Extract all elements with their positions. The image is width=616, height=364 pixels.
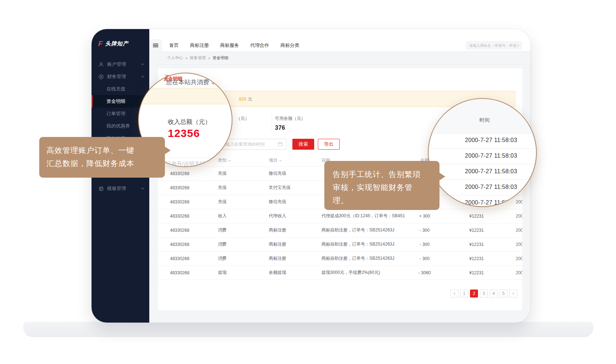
hamburger-icon	[153, 43, 158, 48]
cell-type: 消费	[206, 251, 257, 266]
lens-banner-prefix: 您在本站共消费	[166, 79, 209, 86]
sidebar-item-finance[interactable]: 财务管理	[92, 70, 149, 83]
callout-text-line: 审核，实现智能财务管	[333, 181, 439, 194]
pagination-page-1[interactable]: 1	[460, 290, 468, 298]
magnifier-lens-right: 时间 2000-7-27 11:58:03 2000-7-27 11:58:03…	[428, 98, 537, 207]
cell-order-no: 48330268	[158, 166, 206, 181]
chevron-down-icon	[141, 187, 144, 190]
pagination-page-2-active[interactable]: 2	[470, 290, 478, 298]
lens-income-label: 收入总额（元）	[168, 118, 211, 126]
trademark-search-input[interactable]	[466, 41, 522, 49]
callout-text-line: 高效管理账户订单、一键	[46, 144, 165, 157]
callout-text-line: 理。	[333, 194, 439, 207]
banner-amount-fragment: 820元	[239, 96, 252, 102]
user-icon	[98, 62, 104, 67]
lens-row-separator	[429, 133, 537, 134]
sidebar-item-label: 在线充值	[106, 86, 149, 92]
cell-time: 2000-7-27 11:58:03	[492, 223, 522, 237]
breadcrumb: 个人中心 > 财务管理 > 资金明细	[149, 52, 530, 65]
pagination-page-3[interactable]: 3	[480, 290, 488, 298]
sidebar-item-online-recharge[interactable]: 在线充值	[92, 83, 149, 95]
cell-amount: - 300	[405, 237, 445, 251]
top-bezel	[149, 29, 530, 39]
pagination-prev-button[interactable]: ‹	[450, 290, 458, 298]
cell-description: 提现3000元，手续费2%(60元)	[309, 266, 405, 280]
cell-project: 商标注册	[257, 223, 309, 237]
cell-balance: ¥12231	[445, 223, 492, 237]
lens-time-row: 2000-7-27 11:58:03	[465, 137, 517, 143]
nav-menu: 首页 商标注册 商标服务 代理合作 商标分类	[169, 42, 299, 49]
cell-project: 微信充值	[257, 166, 309, 181]
stat-available-balance: 可用余额（元） 376	[275, 116, 305, 131]
cell-type: 充值	[206, 195, 257, 209]
search-button[interactable]: 搜索	[292, 139, 314, 150]
chevron-up-icon	[141, 76, 144, 78]
col-header-project[interactable]: 项目	[257, 155, 309, 166]
sidebar-item-account[interactable]: 账户管理	[92, 58, 149, 70]
sort-caret-icon	[228, 160, 231, 162]
sidebar-item-label: 财务管理	[107, 73, 138, 80]
stat-divider	[272, 114, 272, 132]
cell-description: 代理提成300元（ID:1245，订单号：SB45124）	[309, 209, 405, 223]
cell-project: 支付宝充值	[257, 181, 309, 195]
breadcrumb-item[interactable]: 个人中心	[167, 55, 183, 61]
cell-balance: ¥12231	[445, 266, 492, 280]
cell-description: 商标自助注册，订单号：SB2514263J	[309, 237, 405, 251]
nav-item-trademark-services[interactable]: 商标服务	[220, 42, 239, 49]
cell-balance: ¥12231	[445, 237, 492, 251]
cell-order-no: 48330268	[158, 251, 206, 266]
cell-type: 充值	[206, 181, 257, 195]
lens-time-header: 时间	[479, 117, 490, 124]
top-navbar: 首页 商标注册 商标服务 代理合作 商标分类	[149, 39, 530, 52]
breadcrumb-separator: >	[185, 56, 187, 60]
cell-project: 余额提现	[257, 266, 309, 280]
cell-order-no: 48330268	[158, 266, 206, 280]
table-row: 48330268消费商标注册商标自助注册，订单号：SB2514263J- 300…	[158, 237, 522, 251]
callout-arrow	[439, 173, 445, 181]
breadcrumb-item[interactable]: 财务管理	[190, 55, 206, 61]
breadcrumb-separator: >	[208, 56, 210, 60]
nav-item-agency-cooperation[interactable]: 代理合作	[250, 42, 269, 49]
sidebar-item-templates[interactable]: 模板管理	[92, 182, 149, 195]
template-icon	[98, 186, 104, 191]
lens-time-row: 2000-7-27 11:58:03	[465, 184, 517, 190]
brand-logo-icon: F	[98, 40, 103, 47]
cell-description: 商标自助注册，订单号：SB2514263J	[309, 251, 405, 266]
callout-right: 告别手工统计、告别繁琐 审核，实现智能财务管 理。	[324, 161, 439, 210]
menu-toggle-button[interactable]	[149, 39, 162, 52]
pagination-page-5[interactable]: 5	[499, 290, 507, 298]
export-button[interactable]: 导出	[318, 139, 340, 150]
sort-caret-icon	[279, 160, 282, 162]
callout-text-line: 汇总数据，降低财务成本	[46, 157, 165, 170]
cell-time: 2000-7-27 11:58:03	[492, 266, 522, 280]
cell-time: 2000-7-27 11:58:03	[492, 237, 522, 251]
nav-item-home[interactable]: 首页	[169, 42, 179, 49]
cell-amount: - 300	[405, 251, 445, 266]
nav-item-trademark-register[interactable]: 商标注册	[190, 42, 209, 49]
brand-tagline: · · · · · · ·	[92, 47, 149, 50]
banner-unit: 元	[248, 97, 252, 102]
cell-time: 2000-7-27 11:58:03	[492, 209, 522, 223]
lens-row-separator	[429, 148, 537, 149]
nav-item-trademark-categories[interactable]: 商标分类	[280, 42, 299, 49]
stat-expense-label-fragment: （元）	[236, 116, 249, 122]
cell-balance: ¥12231	[445, 209, 492, 223]
cell-amount: - 300	[405, 223, 445, 237]
cell-type: 提现	[206, 266, 257, 280]
laptop-base	[23, 322, 593, 337]
table-row: 48330268消费商标注册商标自助注册，订单号：SB2514263J- 300…	[158, 251, 522, 266]
lens-income-value: 12356	[168, 127, 200, 139]
sidebar-item-label: 账户管理	[107, 61, 138, 68]
laptop-mockup: F 头牌知产 · · · · · · · 账户管理 财务管理	[0, 0, 616, 364]
pagination-next-button[interactable]: ›	[509, 290, 517, 298]
cell-order-no: 48330268	[158, 237, 206, 251]
banner-amount: 820	[239, 97, 246, 102]
cell-time: 2000-7-27 11:58:03	[492, 251, 522, 266]
pagination-page-4[interactable]: 4	[490, 290, 498, 298]
cell-type: 充值	[206, 166, 257, 181]
cell-project: 代理收入	[257, 209, 309, 223]
brand-logo: F 头牌知产	[92, 29, 149, 47]
cell-type: 消费	[206, 237, 257, 251]
cell-order-no: 48330268	[158, 195, 206, 209]
callout-left: 高效管理账户订单、一键 汇总数据，降低财务成本	[39, 137, 165, 178]
